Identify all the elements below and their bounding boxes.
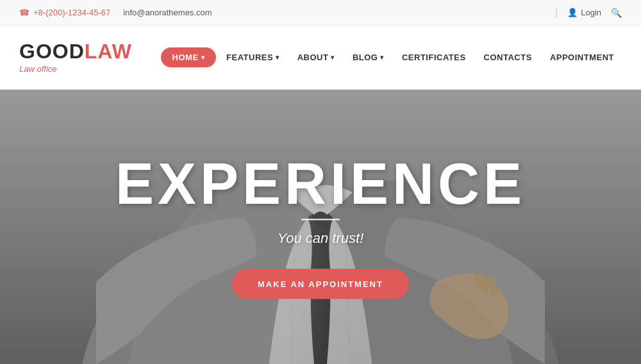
search-button[interactable]: 🔍 [611,8,622,18]
phone-number: +8-(200)-1234-45-67 [33,8,110,17]
chevron-down-icon: ▾ [276,54,279,61]
hero-subtitle: You can trust! [115,230,526,247]
logo-text: GOODLAW [19,41,132,62]
nav-label-blog: BLOG [353,53,378,62]
email-address: info@anorathemes.com [123,8,212,17]
nav-item-blog[interactable]: BLOG ▾ [345,47,392,67]
appointment-button[interactable]: MAKE AN APPOINTMENT [232,269,409,299]
nav-bar: GOODLAW Law office HOME ▾ FEATURES ▾ ABO… [0,26,641,90]
nav-item-certificates[interactable]: CERTIFICATES [394,47,474,67]
nav-label-home: HOME [172,53,199,62]
nav-label-features: FEATURES [226,53,273,62]
hero-content: EXPERIENCE You can trust! MAKE AN APPOIN… [115,155,526,299]
logo[interactable]: GOODLAW Law office [19,41,132,74]
hero-title: EXPERIENCE [115,155,526,213]
user-icon: 👤 [567,8,578,17]
phone-icon: ☎ [19,8,29,17]
nav-label-certificates: CERTIFICATES [402,53,466,62]
nav-item-about[interactable]: ABOUT ▾ [290,47,342,67]
hero-divider [301,219,340,220]
nav-item-contacts[interactable]: CONTACTS [476,47,540,67]
nav-label-appointment: APPOINTMENT [550,53,614,62]
chevron-down-icon: ▾ [380,54,384,61]
divider: | [555,7,558,19]
nav-item-appointment[interactable]: APPOINTMENT [542,47,622,67]
nav-menu: HOME ▾ FEATURES ▾ ABOUT ▾ BLOG ▾ CERTIFI… [161,47,622,67]
phone-info: ☎ +8-(200)-1234-45-67 [19,8,110,17]
logo-law: LAW [85,40,132,63]
login-button[interactable]: 👤 Login [567,8,601,17]
nav-label-contacts: CONTACTS [484,53,532,62]
top-bar: ☎ +8-(200)-1234-45-67 info@anorathemes.c… [0,0,641,26]
nav-label-about: ABOUT [297,53,329,62]
login-label: Login [581,8,601,17]
logo-good: GOOD [19,40,85,63]
nav-item-features[interactable]: FEATURES ▾ [219,47,287,67]
chevron-down-icon: ▾ [201,54,205,61]
top-bar-right: | 👤 Login 🔍 [555,7,622,19]
hero-section: EXPERIENCE You can trust! MAKE AN APPOIN… [0,90,641,364]
chevron-down-icon: ▾ [331,54,335,61]
nav-item-home[interactable]: HOME ▾ [161,47,217,67]
search-icon: 🔍 [611,8,622,18]
top-bar-left: ☎ +8-(200)-1234-45-67 info@anorathemes.c… [19,8,212,17]
logo-tagline: Law office [19,64,132,74]
